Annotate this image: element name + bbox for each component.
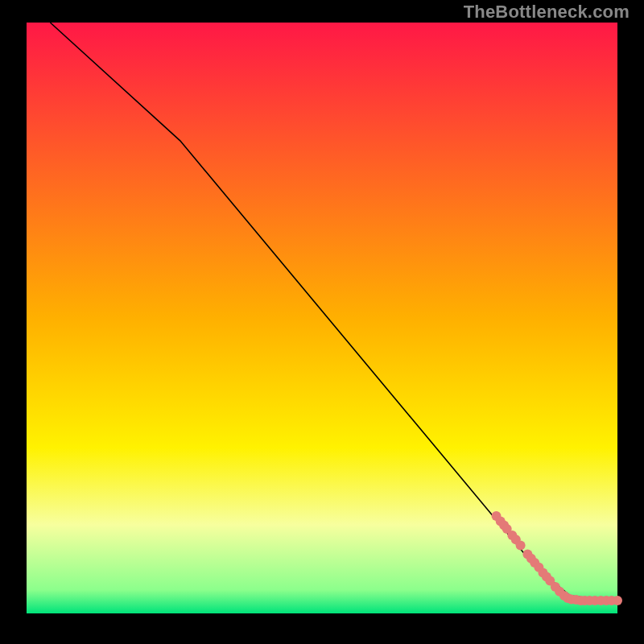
- chart-svg: [0, 0, 644, 644]
- chart-stage: TheBottleneck.com: [0, 0, 644, 644]
- watermark-text: TheBottleneck.com: [464, 2, 630, 23]
- plot-background: [27, 23, 617, 613]
- chart-marker: [613, 596, 622, 605]
- chart-marker: [516, 541, 526, 551]
